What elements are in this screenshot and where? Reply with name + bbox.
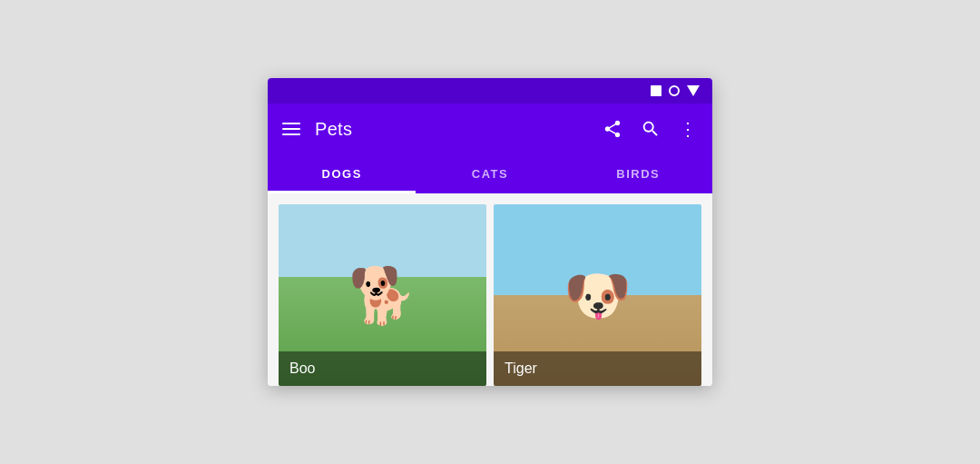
action-buttons: ⋮ bbox=[603, 118, 698, 140]
share-button[interactable] bbox=[603, 119, 622, 139]
more-button[interactable]: ⋮ bbox=[679, 118, 698, 140]
content-area: 🐕 Boo 🐶 Tiger bbox=[268, 193, 712, 386]
tab-birds[interactable]: BIRDS bbox=[564, 154, 712, 193]
menu-button[interactable] bbox=[282, 123, 300, 135]
pet-card-boo[interactable]: 🐕 Boo bbox=[279, 204, 486, 386]
app-title: Pets bbox=[315, 119, 588, 140]
share-icon bbox=[603, 119, 622, 139]
pet-name-tiger: Tiger bbox=[494, 351, 701, 386]
menu-line-1 bbox=[282, 123, 300, 124]
phone-container: Pets ⋮ DOGS CATS BIRDS 🐕 Boo � bbox=[268, 78, 712, 386]
tab-dogs[interactable]: DOGS bbox=[268, 154, 416, 193]
status-bar bbox=[268, 78, 712, 104]
tab-cats[interactable]: CATS bbox=[416, 154, 564, 193]
status-icon-triangle bbox=[687, 85, 700, 96]
pet-name-boo: Boo bbox=[279, 351, 486, 386]
status-icon-square bbox=[651, 85, 662, 96]
app-bar: Pets ⋮ bbox=[268, 104, 712, 154]
menu-line-3 bbox=[282, 133, 300, 135]
search-icon bbox=[641, 119, 661, 139]
search-button[interactable] bbox=[641, 119, 661, 139]
tab-bar: DOGS CATS BIRDS bbox=[268, 154, 712, 193]
menu-line-2 bbox=[282, 128, 300, 130]
status-icon-circle bbox=[669, 85, 680, 96]
pet-card-tiger[interactable]: 🐶 Tiger bbox=[494, 204, 701, 386]
